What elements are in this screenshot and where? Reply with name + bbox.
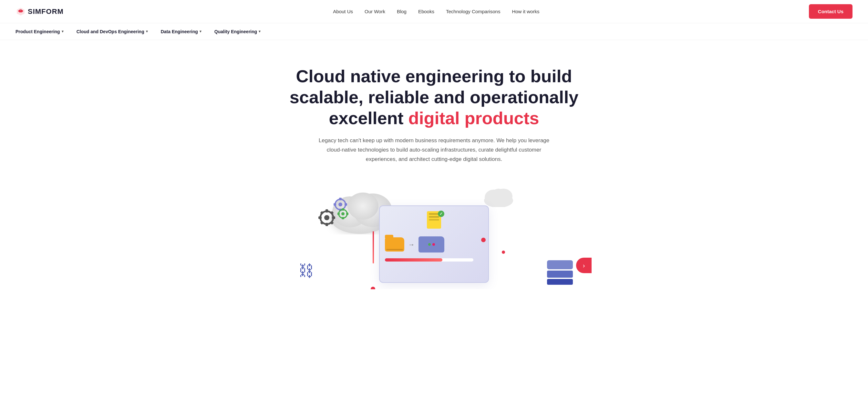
hero-section: Cloud native engineering to build scalab… (0, 40, 868, 289)
svg-rect-10 (326, 209, 328, 212)
nav-our-work[interactable]: Our Work (365, 9, 385, 14)
chevron-down-icon: ▾ (259, 29, 260, 34)
nav-bottom: Product Engineering ▾ Cloud and DevOps E… (0, 23, 868, 40)
nav-blog[interactable]: Blog (397, 9, 407, 14)
nav-tech-comparisons[interactable]: Technology Comparisons (446, 9, 500, 14)
nav-product-engineering[interactable]: Product Engineering ▾ (16, 29, 64, 34)
svg-rect-20 (339, 198, 342, 200)
svg-rect-22 (334, 203, 336, 206)
dashboard-illustration: ✓ → (379, 205, 489, 283)
red-dot-1 (481, 238, 486, 242)
cable-illustration (373, 231, 374, 264)
svg-point-9 (324, 215, 330, 220)
nav-links: About Us Our Work Blog Ebooks Technology… (333, 9, 539, 14)
nav-quality-engineering[interactable]: Quality Engineering ▾ (214, 29, 260, 34)
red-dot-2 (502, 250, 505, 254)
link-chain-icon: ⛓ (299, 262, 314, 280)
brand-name: SIMFORM (28, 7, 64, 16)
svg-point-25 (341, 212, 345, 215)
folder-blue-icon (418, 236, 444, 252)
cable-plug-illustration (371, 287, 375, 289)
svg-rect-11 (326, 223, 328, 226)
server-stack-illustration (547, 260, 573, 286)
progress-bar (385, 258, 442, 262)
contact-us-button[interactable]: Contact Us (809, 4, 852, 19)
simform-logo-icon (16, 6, 26, 17)
chevron-down-icon: ▾ (199, 29, 202, 34)
cloud-small-illustration (483, 186, 515, 207)
gear-group-illustration (314, 196, 353, 231)
hero-title: Cloud native engineering to build scalab… (289, 66, 579, 128)
nav-how-it-works[interactable]: How it works (512, 9, 539, 14)
svg-rect-26 (342, 208, 344, 211)
svg-point-19 (338, 203, 342, 206)
red-arrow-right: › (576, 258, 592, 273)
svg-rect-23 (345, 203, 347, 206)
logo-link[interactable]: SIMFORM (16, 6, 64, 17)
svg-rect-13 (332, 216, 335, 219)
dot-pink (432, 243, 435, 246)
arrow-right-icon: → (408, 241, 414, 248)
svg-rect-27 (342, 217, 344, 219)
dot-green (428, 243, 431, 246)
svg-rect-17 (330, 221, 334, 224)
chevron-down-icon: ▾ (146, 29, 148, 34)
hero-subtitle: Legacy tech can't keep up with modern bu… (311, 136, 557, 164)
nav-ebooks[interactable]: Ebooks (418, 9, 434, 14)
folder-yellow-icon (385, 237, 404, 251)
nav-data-engineering[interactable]: Data Engineering ▾ (161, 29, 202, 34)
nav-top: SIMFORM About Us Our Work Blog Ebooks Te… (0, 0, 868, 23)
svg-rect-28 (337, 212, 340, 215)
nav-about-us[interactable]: About Us (333, 9, 353, 14)
svg-point-7 (492, 189, 506, 202)
chevron-down-icon: ▾ (62, 29, 64, 34)
svg-rect-29 (346, 212, 348, 215)
hero-illustration: ✓ → (279, 180, 589, 289)
svg-rect-12 (318, 216, 321, 219)
nav-cloud-devops[interactable]: Cloud and DevOps Engineering ▾ (76, 29, 148, 34)
